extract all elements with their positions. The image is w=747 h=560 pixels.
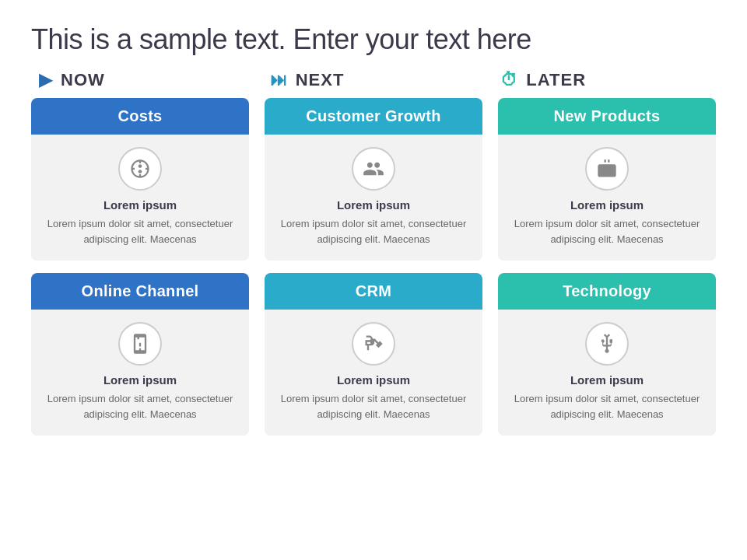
row-1: Costs Lorem ipsum Lorem ipsum dolor sit …	[31, 98, 716, 261]
np-text: Lorem ipsum dolor sit amet, consectetuer…	[514, 216, 700, 247]
col-next: ⏭ NEXT	[270, 70, 486, 90]
tech-icon-circle	[585, 322, 629, 366]
growth-icon	[363, 158, 384, 180]
np-subtitle: Lorem ipsum	[570, 198, 644, 212]
dollar-icon	[129, 158, 151, 180]
card-costs-body: Lorem ipsum Lorem ipsum dolor sit amet, …	[31, 135, 249, 261]
products-icon	[596, 158, 618, 180]
next-icon: ⏭	[270, 70, 288, 90]
crm-text: Lorem ipsum dolor sit amet, consectetuer…	[280, 391, 467, 422]
card-oc-header: Online Channel	[31, 273, 249, 310]
card-costs-header: Costs	[31, 98, 249, 135]
costs-text: Lorem ipsum dolor sit amet, consectetuer…	[47, 216, 233, 247]
mobile-icon	[129, 333, 151, 355]
card-np-header: New Products	[498, 98, 716, 135]
card-cg-body: Lorem ipsum Lorem ipsum dolor sit amet, …	[265, 135, 482, 261]
oc-text: Lorem ipsum dolor sit amet, consectetuer…	[47, 391, 233, 422]
cg-icon-circle	[352, 147, 395, 191]
card-oc-body: Lorem ipsum Lorem ipsum dolor sit amet, …	[31, 310, 249, 436]
page-title: This is a sample text. Enter your text h…	[31, 23, 716, 56]
columns-header: ▶ NOW ⏭ NEXT ⏱ LATER	[31, 70, 716, 90]
card-crm-header: CRM	[265, 273, 482, 310]
card-tech-body: Lorem ipsum Lorem ipsum dolor sit amet, …	[498, 310, 716, 436]
card-np-body: Lorem ipsum Lorem ipsum dolor sit amet, …	[498, 135, 716, 261]
col-now: ▶ NOW	[39, 70, 254, 90]
later-icon: ⏱	[500, 70, 518, 90]
handshake-icon	[363, 333, 384, 355]
np-icon-circle	[585, 147, 629, 191]
card-cg-header: Customer Growth	[265, 98, 482, 135]
crm-subtitle: Lorem ipsum	[337, 373, 410, 387]
col-now-label: NOW	[61, 70, 105, 90]
crm-icon-circle	[352, 322, 395, 366]
card-new-products: New Products Lorem ipsum Lorem ipsum dol…	[498, 98, 716, 261]
card-grid: Costs Lorem ipsum Lorem ipsum dolor sit …	[31, 98, 716, 544]
tech-subtitle: Lorem ipsum	[570, 373, 644, 387]
usb-icon	[596, 333, 618, 355]
card-technology: Technology Lorem ipsum Lorem ipsum dolor…	[498, 273, 716, 436]
oc-icon-circle	[118, 322, 162, 366]
card-costs: Costs Lorem ipsum Lorem ipsum dolor sit …	[31, 98, 249, 261]
costs-icon-circle	[118, 147, 162, 191]
card-tech-header: Technology	[498, 273, 716, 310]
row-2: Online Channel Lorem ipsum Lorem ipsum d…	[31, 273, 716, 436]
page: This is a sample text. Enter your text h…	[0, 0, 747, 560]
col-next-label: NEXT	[296, 70, 345, 90]
costs-subtitle: Lorem ipsum	[103, 198, 177, 212]
card-customer-growth: Customer Growth Lorem ipsum Lorem ipsum …	[265, 98, 482, 261]
card-crm: CRM Lorem ipsum Lorem ipsum dolor sit am…	[265, 273, 482, 436]
col-later-label: LATER	[526, 70, 586, 90]
tech-text: Lorem ipsum dolor sit amet, consectetuer…	[514, 391, 700, 422]
now-icon: ▶	[39, 70, 53, 90]
cg-subtitle: Lorem ipsum	[337, 198, 410, 212]
oc-subtitle: Lorem ipsum	[103, 373, 177, 387]
card-online-channel: Online Channel Lorem ipsum Lorem ipsum d…	[31, 273, 249, 436]
card-crm-body: Lorem ipsum Lorem ipsum dolor sit amet, …	[265, 310, 482, 436]
cg-text: Lorem ipsum dolor sit amet, consectetuer…	[280, 216, 467, 247]
col-later: ⏱ LATER	[500, 70, 716, 90]
